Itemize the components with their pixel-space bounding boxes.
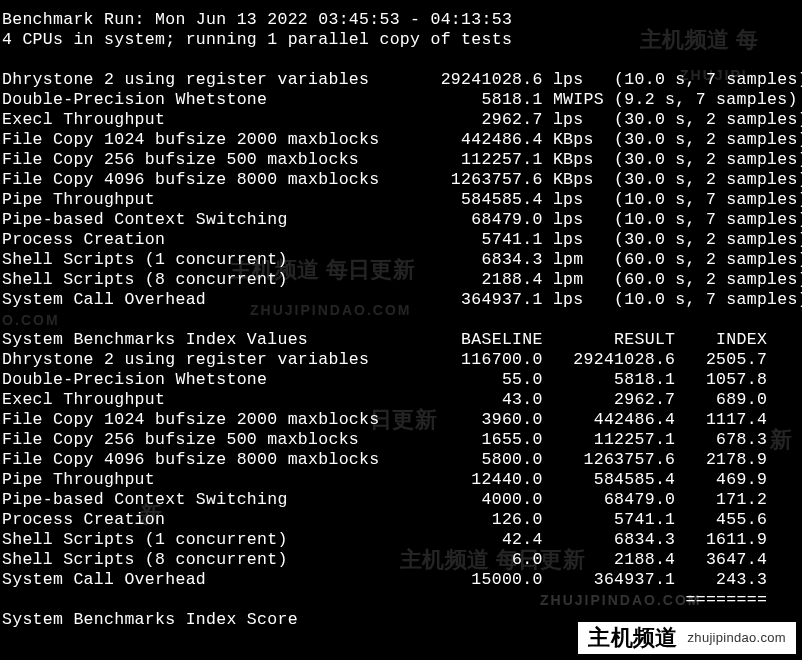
attribution-badge: 主机频道 zhujipindao.com [578,622,796,654]
attribution-cn: 主机频道 [588,628,677,648]
terminal-output: Benchmark Run: Mon Jun 13 2022 03:45:53 … [0,0,802,630]
attribution-url: zhujipindao.com [688,628,786,648]
